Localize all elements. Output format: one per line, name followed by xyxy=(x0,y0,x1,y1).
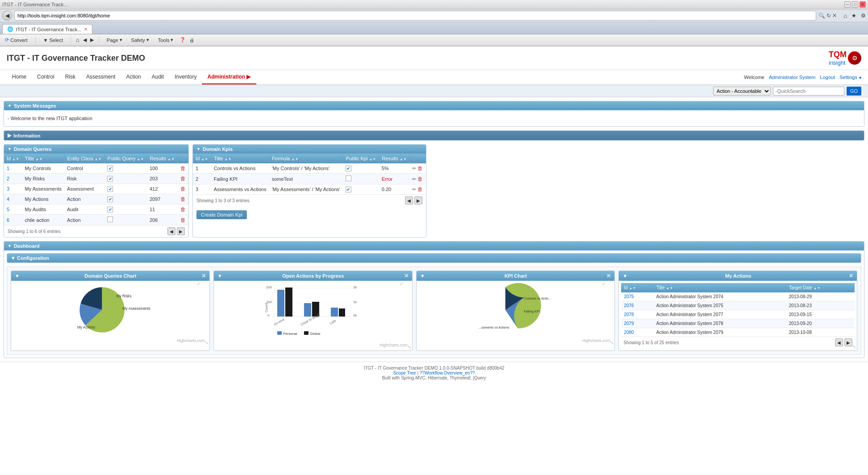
public-query-checkbox[interactable]: ✔ xyxy=(107,166,113,171)
dq-prev-button[interactable]: ◀ xyxy=(167,227,175,235)
toolbar-home-icon[interactable]: ⌂ xyxy=(76,37,79,43)
dq-id-link[interactable]: 1 xyxy=(7,166,9,171)
refresh-icon[interactable]: ↻ xyxy=(826,12,831,19)
nav-item-administration[interactable]: Administration ▶ xyxy=(202,70,256,84)
public-query-checkbox[interactable]: ✔ xyxy=(107,176,113,182)
close-icon[interactable]: ✕ xyxy=(832,12,837,19)
dq-col-public[interactable]: Public Query ▲▼ xyxy=(104,154,147,163)
delete-icon[interactable]: 🗑 xyxy=(180,175,186,182)
ma-id-link[interactable]: 2076 xyxy=(624,303,634,308)
dqc-resize-handle[interactable]: ⤡ xyxy=(205,340,209,345)
nav-item-inventory[interactable]: Inventory xyxy=(169,70,202,84)
url-input[interactable] xyxy=(14,11,816,21)
kpi-close-button[interactable]: ✕ xyxy=(606,273,611,279)
footer-scope-tree[interactable]: Scope Tree xyxy=(393,371,416,375)
dq-col-results[interactable]: Results ▲▼ xyxy=(147,154,178,163)
dk-next-button[interactable]: ▶ xyxy=(414,196,422,204)
delete-icon[interactable]: 🗑 xyxy=(417,176,423,182)
dashboard-header[interactable]: ▼ Dashboard xyxy=(4,242,864,250)
nav-admin-system[interactable]: Administrator System xyxy=(769,75,816,80)
dqc-close-button[interactable]: ✕ xyxy=(201,273,206,279)
page-button[interactable]: Page ▾ xyxy=(104,36,125,44)
delete-icon[interactable]: 🗑 xyxy=(180,186,186,192)
delete-icon[interactable]: 🗑 xyxy=(180,165,186,171)
dqc-expand-icon[interactable]: ⤢ xyxy=(197,282,200,286)
footer-workflow[interactable]: ??Workflow.Overview_en?? xyxy=(420,371,475,375)
dq-id-link[interactable]: 4 xyxy=(7,196,9,202)
ma-close-button[interactable]: ✕ xyxy=(849,273,853,279)
domain-kpis-header[interactable]: ▼ Domain Kpis xyxy=(193,145,426,154)
public-kpi-checkbox[interactable]: ✔ xyxy=(346,187,351,192)
quick-search-input[interactable] xyxy=(773,87,844,96)
nav-item-assessment[interactable]: Assessment xyxy=(81,70,121,84)
oap-expand-icon[interactable]: ⤢ xyxy=(400,282,403,286)
ma-id-link[interactable]: 2080 xyxy=(624,330,634,335)
home-icon[interactable]: ⌂ xyxy=(843,12,847,19)
domain-queries-header[interactable]: ▼ Domain Queries xyxy=(4,145,188,154)
dk-col-id[interactable]: Id ▲▼ xyxy=(193,154,211,163)
public-query-checkbox[interactable]: ✔ xyxy=(107,186,113,192)
public-query-checkbox[interactable] xyxy=(107,217,113,222)
dq-id-link[interactable]: 3 xyxy=(7,186,9,192)
quick-search-select[interactable]: Action - Accountable xyxy=(713,87,771,96)
information-header[interactable]: ▶ Information xyxy=(4,131,864,140)
ma-resize-handle[interactable]: ⤡ xyxy=(852,344,856,349)
delete-icon[interactable]: 🗑 xyxy=(417,186,423,192)
oap-close-button[interactable]: ✕ xyxy=(404,273,409,279)
system-messages-header[interactable]: ▼ System Messages xyxy=(4,101,864,110)
public-query-checkbox[interactable]: ✔ xyxy=(107,207,113,212)
print-icon[interactable]: 🖨 xyxy=(189,38,194,43)
ma-expand-icon[interactable]: ⤢ xyxy=(844,282,848,286)
star-icon[interactable]: ★ xyxy=(851,12,856,19)
ma-id-link[interactable]: 2079 xyxy=(624,321,634,326)
ma-next-button[interactable]: ▶ xyxy=(844,338,852,346)
dk-prev-button[interactable]: ◀ xyxy=(405,196,413,204)
nav-item-risk[interactable]: Risk xyxy=(60,70,81,84)
kpi-expand-icon[interactable]: ⤢ xyxy=(602,282,605,286)
ma-id-link[interactable]: 2078 xyxy=(624,312,634,317)
dk-col-formula[interactable]: Formula ▲▼ xyxy=(269,154,343,163)
dq-col-id[interactable]: Id ▲▼ xyxy=(4,154,22,163)
close-button[interactable]: ✕ xyxy=(860,1,866,8)
dq-next-button[interactable]: ▶ xyxy=(177,227,185,235)
public-kpi-checkbox[interactable]: ✔ xyxy=(346,166,351,171)
create-domain-kpi-button[interactable]: Create Domain Kpi xyxy=(196,210,247,219)
nav-logout[interactable]: Logout xyxy=(820,75,835,80)
delete-icon[interactable]: 🗑 xyxy=(180,206,186,212)
dq-col-title[interactable]: Title ▲▼ xyxy=(22,154,65,163)
ma-col-title[interactable]: Title ▲▼ xyxy=(654,283,786,292)
toolbar-convert-button[interactable]: ⟳ Convert xyxy=(2,36,30,44)
quick-search-go-button[interactable]: GO xyxy=(847,87,861,96)
dk-col-public[interactable]: Public Kpi ▲▼ xyxy=(343,154,379,163)
nav-item-audit[interactable]: Audit xyxy=(146,70,169,84)
edit-icon[interactable]: ✏ xyxy=(412,176,416,182)
toolbar-forward-icon[interactable]: ▶ xyxy=(90,37,94,43)
settings-icon[interactable]: ⚙ xyxy=(861,12,866,19)
minimize-button[interactable]: ─ xyxy=(844,1,851,8)
public-query-checkbox[interactable]: ✔ xyxy=(107,196,113,202)
dq-id-link[interactable]: 6 xyxy=(7,217,9,223)
nav-item-control[interactable]: Control xyxy=(32,70,60,84)
search-icon[interactable]: 🔍 xyxy=(818,12,825,19)
edit-icon[interactable]: ✏ xyxy=(412,187,416,192)
toolbar-back-icon[interactable]: ◀ xyxy=(83,37,87,43)
tab-close-button[interactable]: ✕ xyxy=(84,27,88,32)
config-panel-header[interactable]: ▼ Configuration xyxy=(7,254,861,262)
dq-id-link[interactable]: 2 xyxy=(7,176,9,181)
dq-id-link[interactable]: 5 xyxy=(7,207,9,212)
maximize-button[interactable]: □ xyxy=(852,1,858,8)
active-tab[interactable]: 🌐 ITGT - IT Governance Track... ✕ xyxy=(2,24,92,34)
delete-icon[interactable]: 🗑 xyxy=(417,165,423,171)
nav-item-action[interactable]: Action xyxy=(121,70,146,84)
nav-item-home[interactable]: Home xyxy=(7,70,32,84)
delete-icon[interactable]: 🗑 xyxy=(180,217,186,223)
back-button[interactable]: ◀ xyxy=(2,11,12,21)
nav-settings[interactable]: Settings ◂ xyxy=(839,75,861,80)
edit-icon[interactable]: ✏ xyxy=(412,166,416,171)
ma-col-id[interactable]: Id ▲▼ xyxy=(621,283,653,292)
ma-id-link[interactable]: 2075 xyxy=(624,294,634,299)
kpi-resize-handle[interactable]: ⤡ xyxy=(610,340,613,345)
dq-col-entity[interactable]: Entity Class ▲▼ xyxy=(64,154,104,163)
delete-icon[interactable]: 🗑 xyxy=(180,196,186,202)
dk-col-results[interactable]: Results ▲▼ xyxy=(379,154,410,163)
